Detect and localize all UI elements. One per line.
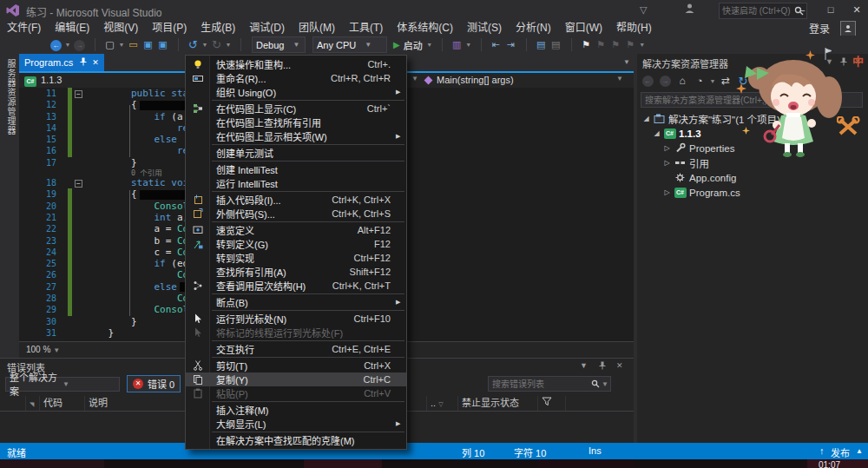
menubar-item[interactable]: 视图(V): [96, 21, 145, 36]
column-more[interactable]: .. ▽: [427, 396, 458, 411]
dropdown-icon[interactable]: ▼: [201, 42, 209, 48]
dropdown-icon[interactable]: ▼: [63, 42, 72, 48]
save-icon[interactable]: ▣: [141, 39, 155, 50]
minimize-button[interactable]: –: [792, 2, 812, 17]
collapse-all-icon[interactable]: ⊟: [786, 76, 804, 87]
account-avatar-icon[interactable]: [840, 21, 856, 36]
column-suppression-state[interactable]: 禁止显示状态: [458, 396, 538, 411]
menu-item[interactable]: 查看调用层次结构(H)Ctrl+K, Ctrl+T: [186, 279, 406, 293]
chevron-down-icon[interactable]: ▼: [616, 75, 623, 82]
chevron-down-icon[interactable]: ▼: [411, 75, 418, 82]
column-code[interactable]: 代码: [40, 396, 85, 411]
dropdown-icon[interactable]: ▼: [638, 42, 647, 48]
prev-bookmark-icon[interactable]: ⚑: [594, 39, 608, 50]
navigate-forward-icon[interactable]: →: [72, 39, 87, 51]
dropdown-icon[interactable]: ▼: [708, 78, 717, 84]
publish-chevron-icon[interactable]: ▲: [856, 447, 863, 455]
close-icon[interactable]: ✕: [854, 57, 861, 66]
chevron-down-icon[interactable]: ▼: [602, 380, 610, 388]
tab-program-cs[interactable]: Program.cs ✕: [19, 54, 104, 71]
menu-item[interactable]: 创建单元测试: [186, 146, 406, 160]
new-file-icon[interactable]: ▢: [102, 39, 117, 50]
tree-item[interactable]: App.config: [637, 170, 868, 185]
menu-item[interactable]: 交互执行Ctrl+E, Ctrl+E: [186, 342, 406, 356]
menubar-item[interactable]: 项目(P): [145, 21, 194, 36]
pin-icon[interactable]: [80, 57, 87, 68]
pin-icon[interactable]: [599, 361, 606, 372]
error-scope-dropdown[interactable]: 整个解决方案▼: [5, 377, 120, 392]
redo-icon[interactable]: ↻: [209, 38, 224, 51]
menu-item[interactable]: 在代码图上显示(C)Ctrl+`: [186, 102, 406, 115]
menubar-item[interactable]: 测试(S): [460, 21, 509, 36]
window-position-icon[interactable]: ▼: [825, 57, 833, 66]
menu-item[interactable]: 运行 IntelliTest: [186, 176, 406, 190]
open-file-icon[interactable]: ▭: [126, 39, 141, 50]
menubar-item[interactable]: 窗口(W): [558, 21, 609, 36]
platform-dropdown[interactable]: Any CPU▼: [312, 36, 387, 53]
publish-button[interactable]: 发布: [831, 445, 850, 459]
forward-icon[interactable]: →: [656, 75, 674, 87]
project-dropdown[interactable]: 1.1.3: [41, 75, 62, 85]
menu-item[interactable]: 在代码图上显示相关项(W)▶: [186, 129, 406, 143]
document-list-dropdown-icon[interactable]: ▼: [623, 58, 630, 66]
menubar-item[interactable]: 文件(F): [0, 21, 48, 36]
server-explorer-vertical-tab[interactable]: 服务器资源管理器: [0, 54, 19, 358]
window-position-icon[interactable]: ▼: [580, 361, 588, 370]
menubar-item[interactable]: 团队(M): [292, 21, 342, 36]
switch-views-icon[interactable]: ⇄: [717, 75, 734, 87]
menubar-item[interactable]: 工具(T): [342, 21, 390, 36]
debug-configuration-dropdown[interactable]: Debug▼: [252, 36, 306, 53]
menu-item[interactable]: 运行到光标处(N)Ctrl+F10: [186, 312, 406, 326]
close-tab-icon[interactable]: ✕: [92, 58, 99, 67]
menu-item[interactable]: 大纲显示(L)▶: [186, 417, 406, 431]
solution-search-input[interactable]: [641, 96, 862, 105]
expander-icon[interactable]: ▷: [661, 188, 673, 196]
uncomment-icon[interactable]: ▤: [549, 39, 563, 50]
menubar-item[interactable]: 分析(N): [509, 21, 558, 36]
menu-item[interactable]: 速览定义Alt+F12: [186, 223, 406, 237]
expander-icon[interactable]: ▷: [661, 144, 673, 152]
feedback-icon[interactable]: ▽: [640, 4, 647, 16]
zoom-control[interactable]: 100 % ▼: [26, 345, 60, 354]
member-dropdown[interactable]: Main(string[] args): [437, 75, 514, 85]
start-debugging-button[interactable]: ▶启动: [393, 38, 423, 52]
error-search-input[interactable]: [489, 379, 591, 389]
back-icon[interactable]: ←: [639, 75, 656, 87]
pin-icon[interactable]: [840, 57, 847, 68]
dropdown-icon[interactable]: ▼: [425, 42, 434, 48]
clear-bookmarks-icon[interactable]: ⚑: [623, 39, 638, 50]
menu-item[interactable]: 在解决方案中查找匹配的克隆(M): [186, 433, 406, 447]
expander-icon[interactable]: ◢: [651, 129, 662, 137]
navigate-back-icon[interactable]: ←: [49, 39, 63, 51]
person-icon[interactable]: [684, 3, 695, 16]
dropdown-icon[interactable]: ▼: [117, 42, 126, 48]
search-icon[interactable]: [591, 379, 602, 388]
dropdown-icon[interactable]: ▼: [464, 42, 473, 48]
menubar-item[interactable]: 生成(B): [194, 21, 242, 36]
column-blank[interactable]: [0, 396, 26, 411]
menu-item[interactable]: 插入注释(M): [186, 403, 406, 417]
publish-up-icon[interactable]: ↑: [819, 445, 825, 456]
undo-icon[interactable]: ↺: [186, 38, 201, 51]
tree-item[interactable]: ▷引用: [637, 155, 868, 170]
tree-item[interactable]: ▷C#Program.cs: [637, 185, 868, 200]
expander-icon[interactable]: ▷: [661, 159, 673, 167]
menu-item[interactable]: 查找所有引用(A)Shift+F12: [186, 265, 406, 279]
quick-launch-input[interactable]: [720, 6, 794, 16]
menu-item[interactable]: 外侧代码(S)...Ctrl+K, Ctrl+S: [186, 207, 406, 221]
tree-item[interactable]: ▷Properties: [637, 141, 868, 155]
menu-item[interactable]: 将标记的线程运行到光标处(F): [186, 326, 406, 339]
menu-item[interactable]: 转到定义(G)F12: [186, 237, 406, 251]
menubar-item[interactable]: 编辑(E): [48, 21, 96, 36]
menubar-item[interactable]: 帮助(H): [609, 21, 659, 36]
menu-item[interactable]: 剪切(T)Ctrl+X: [186, 359, 406, 372]
close-icon[interactable]: ✕: [616, 361, 623, 370]
comment-icon[interactable]: ▤: [534, 39, 549, 50]
dropdown-icon[interactable]: ▼: [224, 42, 233, 48]
menu-item[interactable]: 复制(Y)Ctrl+C: [186, 372, 406, 386]
indent-increase-icon[interactable]: ⇥: [503, 39, 518, 50]
menu-item[interactable]: 组织 Using(O)▶: [186, 85, 406, 99]
home-icon[interactable]: ⌂: [674, 75, 691, 87]
column-severity-filter[interactable]: ◥: [26, 396, 40, 411]
indent-decrease-icon[interactable]: ⇤: [489, 39, 503, 50]
